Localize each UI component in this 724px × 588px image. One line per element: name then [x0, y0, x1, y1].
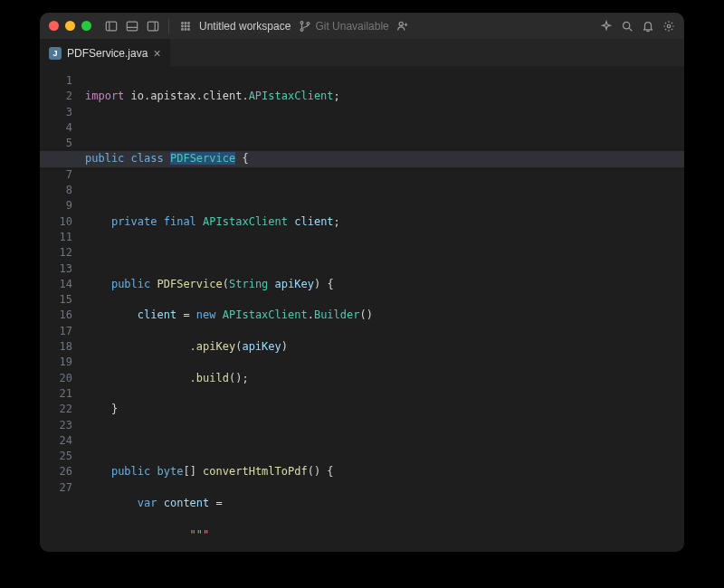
code-editor[interactable]: 1234567891011121314151617181920212223242…: [40, 66, 684, 552]
svg-point-18: [400, 22, 404, 25]
svg-point-9: [181, 25, 183, 27]
svg-rect-4: [148, 22, 157, 31]
svg-point-21: [623, 22, 629, 28]
svg-point-8: [187, 22, 189, 24]
svg-point-7: [185, 22, 186, 24]
window-controls: [49, 21, 91, 31]
tab-filename: PDFService.java: [67, 47, 148, 60]
sidebar-left-icon[interactable]: [104, 19, 118, 33]
add-user-icon[interactable]: [396, 19, 410, 33]
svg-point-12: [181, 28, 183, 30]
svg-rect-0: [106, 22, 116, 31]
gear-icon[interactable]: [662, 19, 675, 33]
bell-icon[interactable]: [641, 19, 654, 33]
separator: [168, 19, 169, 33]
svg-point-13: [185, 28, 186, 30]
branch-icon: [298, 19, 311, 33]
maximize-window-icon[interactable]: [81, 21, 91, 31]
git-status[interactable]: Git Unavailable: [298, 19, 388, 33]
search-icon[interactable]: [620, 19, 634, 33]
svg-point-10: [185, 25, 186, 27]
tab-bar: J PDFService.java ×: [40, 39, 684, 66]
sparkle-icon[interactable]: [599, 19, 613, 33]
svg-point-11: [187, 25, 189, 27]
code-content[interactable]: import io.apistax.client.APIstaxClient; …: [81, 66, 684, 552]
minimize-window-icon[interactable]: [65, 21, 75, 31]
titlebar: Untitled workspace Git Unavailable: [40, 13, 684, 39]
svg-point-15: [300, 21, 303, 24]
svg-point-14: [187, 28, 189, 30]
svg-line-22: [628, 27, 631, 30]
svg-point-23: [667, 24, 671, 28]
svg-point-16: [300, 28, 303, 31]
workspace-title[interactable]: Untitled workspace: [199, 20, 291, 33]
sidebar-bottom-icon[interactable]: [125, 19, 138, 33]
java-file-icon: J: [49, 47, 62, 60]
editor-window: Untitled workspace Git Unavailable J PDF…: [40, 13, 684, 552]
git-status-text: Git Unavailable: [315, 20, 388, 33]
svg-point-17: [307, 22, 310, 24]
sidebar-right-icon[interactable]: [146, 19, 159, 33]
line-numbers: 1234567891011121314151617181920212223242…: [40, 66, 81, 552]
grid-icon[interactable]: [178, 19, 192, 33]
close-window-icon[interactable]: [49, 21, 59, 31]
svg-rect-2: [127, 22, 137, 31]
svg-point-6: [181, 22, 183, 24]
tab-pdfservice[interactable]: J PDFService.java ×: [40, 39, 170, 66]
close-tab-icon[interactable]: ×: [153, 47, 160, 60]
